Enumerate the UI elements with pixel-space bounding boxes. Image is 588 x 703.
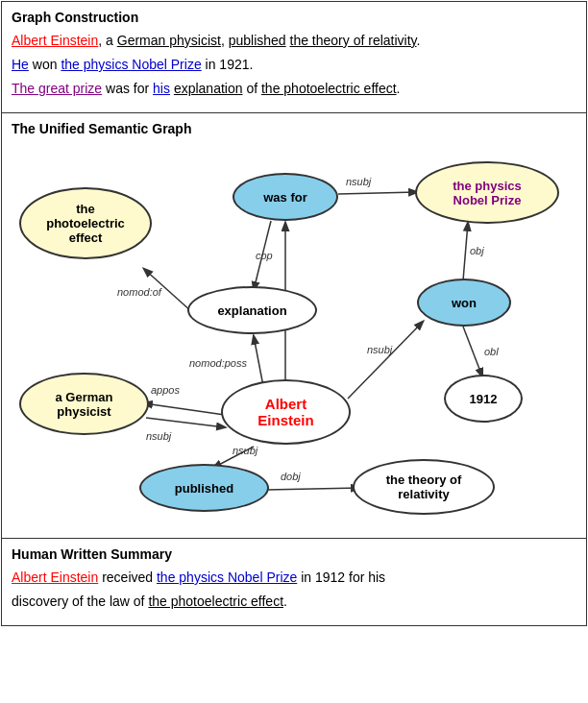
label-cop: cop bbox=[256, 250, 273, 261]
of-text: of bbox=[243, 81, 261, 96]
edge-einstein-won bbox=[348, 322, 423, 399]
explanation-ref: explanation bbox=[174, 81, 243, 96]
node-explanation: explanation bbox=[187, 286, 317, 334]
label-nomod-poss: nomod:poss bbox=[189, 357, 247, 369]
albert-einstein-ref1: Albert Einstein bbox=[12, 33, 98, 48]
semantic-graph-title: The Unified Semantic Graph bbox=[12, 121, 576, 136]
node-theory-relativity: the theory ofrelativity bbox=[353, 459, 495, 515]
published-ref: published bbox=[229, 33, 286, 48]
period1: . bbox=[417, 33, 421, 48]
graph-construction-section: Graph Construction Albert Einstein, a Ge… bbox=[2, 2, 586, 113]
he-ref: He bbox=[12, 57, 29, 72]
edge-won-prize bbox=[463, 223, 468, 280]
edge-einstein-explanation bbox=[254, 336, 263, 386]
edge-wasfor-prize bbox=[338, 192, 417, 194]
was-for-text: was for bbox=[102, 81, 153, 96]
sentence-line-2: He won the physics Nobel Prize in 1921. bbox=[12, 55, 576, 75]
graph-construction-title: Graph Construction bbox=[12, 10, 576, 25]
node-won: won bbox=[417, 279, 511, 327]
node-albert-einstein: AlbertEinstein bbox=[221, 379, 351, 445]
semantic-graph-section: The Unified Semantic Graph nsubj co bbox=[2, 113, 586, 539]
graph-area: nsubj cop nomod:of obj nsubj obl bbox=[12, 144, 578, 528]
physics-prize-summary: the physics Nobel Prize bbox=[157, 570, 297, 585]
node-physics-prize: the physicsNobel Prize bbox=[415, 161, 559, 224]
label-obl: obl bbox=[484, 346, 499, 357]
label-nsubj-won: nsubj bbox=[367, 344, 393, 355]
node-1912: 1912 bbox=[444, 375, 523, 423]
node-was-for: was for bbox=[233, 173, 338, 221]
albert-einstein-summary: Albert Einstein bbox=[12, 570, 98, 585]
comma1: , a bbox=[98, 33, 116, 48]
edge-german-einstein-nsubj bbox=[146, 418, 225, 427]
photoelectric-summary: the photoelectric effect bbox=[148, 594, 283, 609]
summary-line-2: discovery of the law of the photoelectri… bbox=[12, 592, 576, 612]
label-nsubj-german: nsubj bbox=[146, 430, 172, 442]
comma2: , bbox=[221, 33, 229, 48]
label-nsubj-published: nsubj bbox=[233, 445, 257, 456]
in-1921: in 1921. bbox=[202, 57, 254, 72]
his-ref: his bbox=[153, 81, 170, 96]
edge-einstein-german bbox=[144, 403, 225, 415]
label-obj: obj bbox=[470, 245, 484, 256]
theory-relativity-ref: the theory of relativity bbox=[290, 33, 417, 48]
edge-won-1912 bbox=[463, 327, 482, 376]
won-text: won bbox=[29, 57, 61, 72]
great-prize-ref: The great prize bbox=[12, 81, 102, 96]
node-german-physicist: a Germanphysicist bbox=[19, 373, 149, 435]
label-dobj: dobj bbox=[281, 471, 301, 482]
node-published: published bbox=[139, 464, 269, 512]
period3: . bbox=[397, 81, 401, 96]
physics-prize-ref1: the physics Nobel Prize bbox=[61, 57, 201, 72]
label-nsubj-prize: nsubj bbox=[346, 176, 372, 187]
edge-published-theory bbox=[266, 488, 359, 490]
german-physicist-ref: German physicist bbox=[117, 33, 221, 48]
label-appos: appos bbox=[151, 384, 180, 396]
photoelectric-ref: the photoelectric effect bbox=[261, 81, 397, 96]
summary-line-1: Albert Einstein received the physics Nob… bbox=[12, 568, 576, 588]
summary-title: Human Written Summary bbox=[12, 546, 576, 562]
sentence-line-3: The great prize was for his explanation … bbox=[12, 79, 576, 99]
label-nomod-of: nomod:of bbox=[117, 286, 162, 298]
sentence-line-1: Albert Einstein, a German physicist, pub… bbox=[12, 31, 576, 51]
main-container: Graph Construction Albert Einstein, a Ge… bbox=[1, 1, 587, 626]
node-photoelectric: thephotoelectriceffect bbox=[19, 187, 152, 259]
summary-section: Human Written Summary Albert Einstein re… bbox=[2, 539, 586, 625]
